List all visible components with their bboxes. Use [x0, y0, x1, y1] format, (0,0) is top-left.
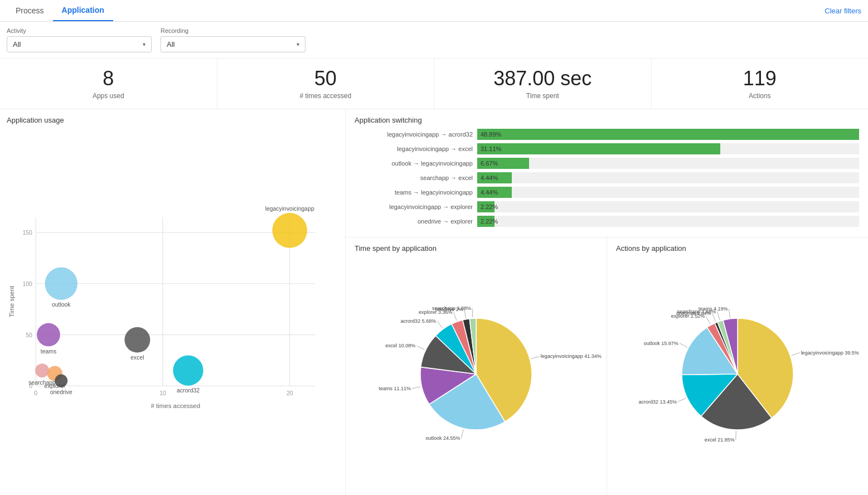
svg-text:outlook 24.55%: outlook 24.55%	[425, 435, 460, 441]
bar-row: outlook → legacyinvoicingapp 6.67%	[355, 158, 859, 169]
actions-pie-chart: legacyinvoicingapp 39.5%excel 21.85%acro…	[643, 302, 832, 447]
bar-track: 4.44%	[477, 172, 859, 183]
svg-text:20: 20	[287, 390, 293, 396]
app-switching-title: Application switching	[355, 116, 859, 124]
svg-point-22	[124, 327, 150, 352]
bar-track: 2.22%	[477, 201, 859, 212]
svg-text:acrord32 13.45%: acrord32 13.45%	[638, 399, 677, 404]
activity-filter-label: Activity	[7, 27, 152, 34]
svg-text:teams 4.19%: teams 4.19%	[699, 306, 728, 312]
bar-track: 2.22%	[477, 216, 859, 227]
bar-value: 2.22%	[481, 218, 498, 225]
svg-line-48	[792, 352, 800, 355]
time-spent-pie-chart: legacyinvoicingapp 41.34%outlook 24.55%t…	[381, 302, 571, 447]
svg-text:0: 0	[34, 390, 37, 396]
svg-line-40	[437, 321, 442, 328]
recording-filter-select[interactable]: All ▾	[161, 36, 306, 52]
clear-filters-button[interactable]: Clear filters	[825, 7, 861, 15]
svg-text:10: 10	[159, 390, 166, 396]
bar-row: legacyinvoicingapp → excel 31.11%	[355, 143, 859, 154]
tab-process[interactable]: Process	[7, 1, 53, 21]
bar-row: teams → legacyinvoicingapp 4.44%	[355, 187, 859, 198]
bar-row: searchapp → excel 4.44%	[355, 172, 859, 183]
stat-card-actions: 119Actions	[651, 59, 869, 109]
stat-value-time-spent: 387.00 sec	[445, 67, 640, 90]
stat-card-times-accessed: 50# times accessed	[217, 59, 434, 109]
svg-text:teams 11.11%: teams 11.11%	[379, 386, 411, 391]
svg-point-24	[173, 355, 203, 385]
svg-text:excel 10.08%: excel 10.08%	[385, 343, 415, 348]
activity-filter-group: Activity All ▾	[7, 27, 152, 52]
bar-fill: 31.11%	[477, 143, 720, 154]
svg-text:50: 50	[26, 332, 32, 338]
svg-text:acrord32 5.68%: acrord32 5.68%	[401, 318, 437, 323]
svg-line-38	[416, 346, 424, 350]
svg-text:150: 150	[23, 230, 33, 236]
stat-label-actions: Actions	[663, 92, 857, 100]
svg-text:outlook 15.97%: outlook 15.97%	[644, 340, 678, 346]
bar-row: onedrive → explorer 2.22%	[355, 216, 859, 227]
activity-filter-select[interactable]: All ▾	[7, 36, 152, 52]
app-switching-section: Application switching legacyinvoicingapp…	[346, 109, 868, 237]
stat-label-time-spent: Time spent	[445, 92, 640, 100]
bar-fill: 2.22%	[477, 216, 494, 227]
stat-value-times-accessed: 50	[229, 67, 423, 90]
svg-line-32	[531, 356, 539, 358]
svg-line-42	[454, 312, 457, 321]
svg-text:legacyinvoicingapp 41.34%: legacyinvoicingapp 41.34%	[541, 353, 602, 359]
bar-fill: 6.67%	[477, 158, 529, 169]
bar-label: searchapp → excel	[355, 174, 477, 181]
stat-label-times-accessed: # times accessed	[229, 92, 423, 100]
bar-value: 4.44%	[481, 174, 498, 181]
bars-container: legacyinvoicingapp → acrord32 48.89% leg…	[355, 129, 859, 227]
right-panel: Application switching legacyinvoicingapp…	[346, 109, 868, 495]
svg-text:acrord32: acrord32	[177, 387, 200, 394]
bar-row: legacyinvoicingapp → explorer 2.22%	[355, 201, 859, 212]
left-panel: Application usage 05010015001020# times …	[0, 109, 346, 495]
svg-line-34	[461, 429, 463, 438]
bar-fill: 4.44%	[477, 172, 512, 183]
bar-value: 4.44%	[481, 189, 498, 196]
svg-line-54	[680, 343, 687, 347]
svg-text:legacyinvoicingapp 39.5%: legacyinvoicingapp 39.5%	[801, 350, 859, 355]
main-content: Application usage 05010015001020# times …	[0, 109, 868, 495]
tab-application[interactable]: Application	[53, 0, 113, 21]
recording-chevron-icon: ▾	[297, 41, 299, 47]
svg-line-60	[717, 311, 720, 319]
svg-point-20	[37, 323, 60, 346]
bar-value: 48.89%	[481, 131, 501, 138]
svg-line-52	[678, 398, 686, 402]
svg-line-46	[472, 308, 473, 317]
bar-value: 31.11%	[481, 145, 501, 152]
stat-card-time-spent: 387.00 secTime spent	[434, 59, 651, 109]
recording-filter-value: All	[167, 40, 174, 48]
svg-line-58	[712, 313, 716, 322]
svg-text:legacyinvoicingapp: legacyinvoicingapp	[265, 205, 314, 211]
svg-point-26	[35, 363, 49, 377]
svg-line-62	[729, 309, 730, 318]
bar-track: 4.44%	[477, 187, 859, 198]
bottom-charts: Time spent by application legacyinvoicin…	[346, 237, 868, 495]
actions-pie-wrapper: legacyinvoicingapp 39.5%excel 21.85%acro…	[616, 257, 859, 491]
bar-label: legacyinvoicingapp → excel	[355, 145, 477, 152]
filters-row: Activity All ▾ Recording All ▾	[0, 22, 868, 59]
svg-text:excel 21.85%: excel 21.85%	[705, 437, 735, 443]
svg-text:teams: teams	[41, 348, 56, 354]
time-spent-pie-title: Time spent by application	[355, 244, 598, 253]
recording-filter-group: Recording All ▾	[161, 27, 306, 52]
bar-label: legacyinvoicingapp → explorer	[355, 203, 477, 210]
svg-text:100: 100	[23, 281, 33, 287]
tab-bar: Process Application Clear filters	[0, 0, 868, 22]
actions-pie-section: Actions by application legacyinvoicingap…	[607, 237, 868, 495]
scatter-svg: 05010015001020# times accessedTime spent…	[7, 129, 338, 492]
bar-value: 2.22%	[481, 203, 498, 210]
time-spent-pie-section: Time spent by application legacyinvoicin…	[346, 237, 607, 495]
stat-card-apps-used: 8Apps used	[0, 59, 217, 109]
bar-label: legacyinvoicingapp → acrord32	[355, 131, 477, 138]
bar-track: 31.11%	[477, 143, 859, 154]
bar-track: 48.89%	[477, 129, 859, 140]
svg-point-16	[272, 213, 307, 248]
scatter-plot: 05010015001020# times accessedTime spent…	[7, 129, 338, 492]
bar-fill: 4.44%	[477, 187, 512, 198]
svg-text:# times accessed: # times accessed	[151, 402, 200, 409]
